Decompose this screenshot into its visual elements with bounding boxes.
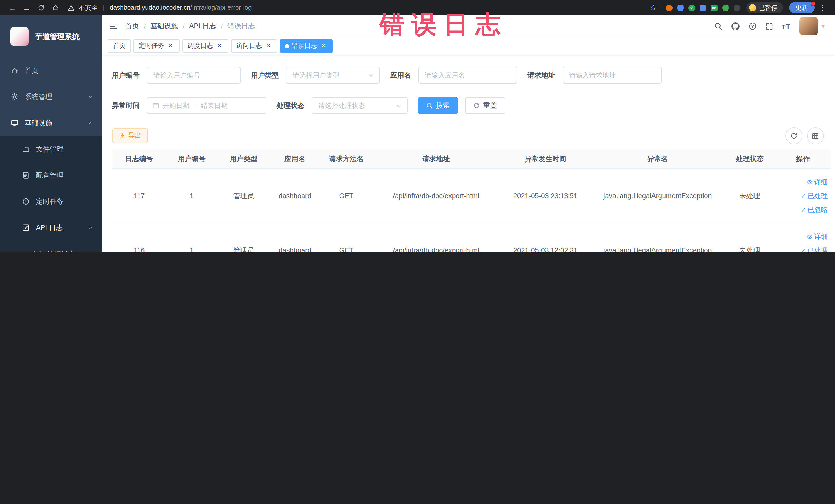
browser-menu-icon[interactable]: ⋮ [816,2,829,14]
app-name-input[interactable] [418,67,517,84]
avatar[interactable] [799,17,818,36]
sidebar-item-job[interactable]: 定时任务 [0,188,102,215]
orange-ext-icon[interactable] [666,4,672,11]
filter-user-id: 用户编号 [112,67,241,84]
cell-exception: java.lang.IllegalArgumentException [591,192,725,200]
tab-job-log[interactable]: 调度日志× [182,39,228,53]
action-detail-link[interactable]: 详细 [807,230,828,243]
header-actions: ? тT ▾ [714,17,825,36]
action-detail-link[interactable]: 详细 [807,175,828,189]
filter-exception-time: 异常时间 开始日期 - 结束日期 [112,97,266,114]
blue-drop-ext-icon[interactable] [677,4,684,11]
update-button[interactable]: 更新 [789,2,814,13]
chevron-down-icon [88,94,94,100]
back-icon[interactable]: ← [6,2,19,14]
action-ignored-link[interactable]: ✓已忽略 [801,203,828,217]
browser-home-icon[interactable] [49,2,62,14]
fullscreen-icon [766,22,773,30]
dark-pin-ext-icon[interactable] [733,4,740,11]
tab-access-log[interactable]: 访问日志× [231,39,277,53]
green-tree-ext-icon[interactable] [722,4,729,11]
sidebar-item-infra[interactable]: 基础设施 [0,110,102,136]
row-actions: 详细✓已处理✓已忽略 [775,230,831,252]
reset-button[interactable]: 重置 [465,97,505,114]
gear-icon [11,93,19,101]
process-status-select[interactable]: 请选择处理状态 [312,97,408,114]
column-header-time: 异常发生时间 [500,154,591,164]
column-header-status: 处理状态 [725,154,775,164]
cell-id: 117 [113,192,166,200]
exception-time-range[interactable]: 开始日期 - 结束日期 [147,97,266,114]
cell-app: dashboard [269,192,320,200]
eye-icon [807,179,813,185]
search-icon[interactable] [714,22,722,30]
cell-url: /api/infra/db-doc/export-html [372,192,500,200]
tab-close-icon[interactable]: × [167,42,175,50]
chevron-up-icon [88,120,94,126]
cell-user_id: 1 [166,246,218,252]
user-id-input[interactable] [147,67,241,84]
breadcrumb-item[interactable]: 基础设施 [150,22,178,31]
tab-close-icon[interactable]: × [216,42,223,50]
omnibox-divider: | [103,4,105,11]
sidebar-item-config[interactable]: 配置管理 [0,162,102,188]
sidebar-item-home[interactable]: 首页 [0,58,102,84]
column-header-url: 请求地址 [372,154,500,164]
tab-error-log[interactable]: 错误日志× [280,39,333,53]
app-logo[interactable]: 芋道管理系统 [0,15,102,58]
tab-close-icon[interactable]: × [320,42,328,50]
on-badge-ext-icon[interactable]: on [711,4,717,11]
hamburger-icon[interactable] [109,22,118,31]
filter-request-url: 请求地址 [528,67,661,84]
sidebar-item-access-log[interactable]: 访问日志 [0,241,102,252]
tab-job[interactable]: 定时任务× [134,39,180,53]
cell-status: 未处理 [725,246,775,252]
reload-icon[interactable] [35,2,47,14]
export-button[interactable]: 导出 [113,128,148,143]
bookmark-star-icon[interactable]: ☆ [647,2,659,14]
user-type-select[interactable]: 请选择用户类型 [286,67,380,84]
tab-close-icon[interactable]: × [264,42,272,50]
breadcrumb-item[interactable]: 首页 [125,22,139,31]
column-header-method: 请求方法名 [320,154,372,164]
paused-badge[interactable]: 已暂停 [746,2,782,13]
chevron-down-icon [396,102,402,108]
address-bar[interactable]: 不安全 | dashboard.yudao.iocoder.cn/infra/l… [68,3,252,12]
table-header: 日志编号用户编号用户类型应用名请求方法名请求地址异常发生时间异常名处理状态操作 [113,149,831,169]
refresh-table-button[interactable] [785,127,802,144]
help-icon[interactable]: ? [749,22,757,30]
column-settings-button[interactable] [807,127,824,144]
action-processed-link[interactable]: ✓已处理 [801,189,828,203]
filter-process-status: 处理状态 请选择处理状态 [277,97,408,114]
filter-label-app-name: 应用名 [390,70,411,80]
cell-time: 2021-05-03 12:02:31 [500,246,591,252]
chevron-up-icon [88,225,94,230]
sidebar-item-system[interactable]: 系统管理 [0,84,102,110]
blue-grid-ext-icon[interactable] [699,4,706,11]
caret-down-icon[interactable]: ▾ [822,23,825,29]
cell-url: /api/infra/db-doc/export-html [372,246,500,252]
column-header-user_id: 用户编号 [166,154,218,164]
search-button[interactable]: 搜索 [418,97,458,114]
cell-method: GET [320,192,372,200]
filter-row-1: 用户编号 用户类型 请选择用户类型 应用名 [112,67,835,84]
github-icon[interactable] [731,22,740,31]
tab-home[interactable]: 首页 [108,39,131,53]
tabs-bar: 首页定时任务×调度日志×访问日志×错误日志× [102,37,835,56]
search-icon [426,102,433,109]
breadcrumb-item: 错误日志 [227,22,255,31]
table-row: 1161管理员dashboardGET/api/infra/db-doc/exp… [113,223,831,252]
sidebar-item-api-log[interactable]: API 日志 [0,215,102,241]
font-size-icon[interactable]: тT [782,22,791,30]
forward-icon[interactable]: → [21,2,33,14]
filter-label-exception-time: 异常时间 [112,101,140,110]
breadcrumb-item[interactable]: API 日志 [189,22,216,31]
sidebar-item-file[interactable]: 文件管理 [0,136,102,162]
request-url-input[interactable] [563,67,661,84]
breadcrumb: 首页/基础设施/API 日志/错误日志 [125,22,255,31]
hamburger-icon [109,22,118,31]
fullscreen-icon[interactable] [766,22,773,30]
action-processed-link[interactable]: ✓已处理 [801,244,828,252]
column-header-user_type: 用户类型 [218,154,269,164]
green-v-ext-icon[interactable]: V [688,4,695,11]
